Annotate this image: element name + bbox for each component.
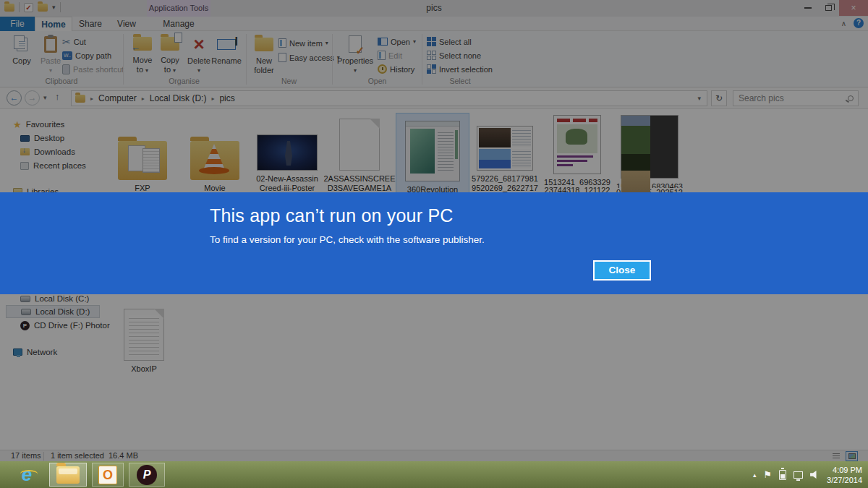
recent-locations-caret-icon[interactable]: ▾ [43, 94, 47, 101]
network-tray-icon[interactable] [793, 471, 803, 479]
outlook-icon: O [98, 466, 117, 484]
item-count: 17 items [11, 451, 41, 460]
ribbon-group-organise: ← Move to ▾ Copy to ▾ × Delete ▾ Rename … [124, 31, 244, 87]
tab-home[interactable]: Home [35, 17, 72, 31]
group-label-clipboard: Clipboard [0, 77, 123, 85]
refresh-button[interactable]: ↻ [711, 90, 727, 106]
ribbon-group-clipboard: Copy Paste ▾ ✂ Cut W.. Copy path Paste s… [0, 31, 123, 87]
thumbnail-view-button[interactable] [846, 451, 858, 461]
disk-icon [21, 309, 31, 315]
qat-new-folder-icon[interactable] [38, 4, 48, 12]
qat-properties-icon[interactable]: ✓ [24, 3, 33, 12]
file-item-579226[interactable]: 579226_68177981 9520269_2622717 [469, 115, 541, 193]
tab-share[interactable]: Share [72, 17, 109, 31]
restore-button[interactable] [818, 0, 839, 16]
title-bar: ✓ ▾ pics Application Tools × [0, 0, 868, 17]
tray-expand-icon[interactable]: ▴ [753, 471, 757, 479]
qat-customize-caret-icon[interactable]: ▾ [52, 4, 56, 11]
properties-icon: ✓ [349, 35, 362, 53]
history-icon [378, 64, 387, 74]
selection-count: 1 item selected [51, 451, 104, 460]
sidebar-item-cd-drive[interactable]: P CD Drive (F:) Photor [20, 319, 110, 332]
cut-button[interactable]: ✂ Cut [62, 35, 86, 48]
file-item-savegame[interactable]: 2ASSASSINSCREE D3SAVEGAME1A [323, 115, 396, 193]
forward-button[interactable]: → [25, 90, 40, 106]
file-item-1513241[interactable]: 1513241_6963329 23744318_121122 [541, 115, 613, 193]
copy-to-button[interactable]: Copy to ▾ [154, 33, 186, 75]
select-all-button[interactable]: Select all [427, 35, 472, 48]
open-button[interactable]: Open ▾ [378, 35, 416, 48]
address-dropdown-caret-icon[interactable]: ▾ [697, 95, 701, 102]
tab-file[interactable]: File [0, 17, 35, 31]
rename-icon [217, 39, 236, 50]
help-icon[interactable]: ? [854, 18, 864, 28]
clock-date: 3/27/2014 [827, 475, 862, 485]
app-icon[interactable] [4, 4, 14, 12]
dialog-close-button[interactable]: Close [593, 260, 651, 281]
ribbon-group-select: Select all Select none Invert selection … [422, 31, 498, 87]
vlc-cone-icon [203, 144, 225, 170]
power-icon[interactable] [779, 470, 786, 480]
breadcrumb-computer[interactable]: Computer [98, 93, 137, 103]
sidebar-item-downloads[interactable]: Downloads [20, 145, 75, 158]
sidebar-item-network[interactable]: Network [13, 346, 57, 359]
search-input[interactable]: Search pics [733, 90, 859, 106]
network-icon [13, 348, 22, 356]
breadcrumb[interactable]: ▸ Computer ▸ Local Disk (D:) ▸ pics ▾ [71, 90, 707, 106]
paste-shortcut-button[interactable]: Paste shortcut [62, 63, 124, 75]
breadcrumb-local-disk-d[interactable]: Local Disk (D:) [150, 93, 207, 103]
breadcrumb-pics[interactable]: pics [219, 93, 234, 103]
history-button[interactable]: History [378, 63, 414, 75]
downloads-icon [20, 148, 30, 155]
copy-button[interactable]: Copy [6, 33, 38, 75]
crumb-separator-icon: ▸ [211, 95, 214, 102]
sidebar-item-local-disk-d[interactable]: Local Disk (D:) [6, 305, 100, 318]
new-folder-button[interactable]: New folder [248, 33, 280, 75]
taskbar-outlook-button[interactable]: O [92, 463, 124, 487]
file-item-fxp[interactable]: FXP [106, 115, 179, 193]
selection-size: 16.4 MB [109, 451, 138, 460]
minimize-button[interactable] [797, 0, 818, 16]
file-item-xboxip[interactable]: XboxIP [108, 296, 180, 374]
image-thumbnail: Messi Vs Maasi [621, 115, 678, 179]
taskbar-pmax-button[interactable]: P [129, 463, 165, 487]
app-cant-run-dialog: This app can’t run on your PC To find a … [0, 192, 868, 294]
invert-selection-button[interactable]: Invert selection [427, 63, 493, 75]
tab-view[interactable]: View [109, 17, 145, 31]
close-icon: × [851, 3, 856, 13]
divider [60, 2, 61, 12]
ribbon-group-new: New folder New item ▾ Easy access ▾ New [247, 31, 331, 87]
back-button[interactable]: ← [7, 90, 22, 106]
tab-manage[interactable]: Manage [147, 17, 210, 31]
group-label-open: Open [333, 77, 422, 85]
edit-icon [378, 51, 386, 60]
system-tray: ▴ ⚑ 4:09 PM 3/27/2014 [753, 461, 868, 488]
taskbar-internet-explorer-button[interactable]: e [10, 463, 43, 487]
tray-clock[interactable]: 4:09 PM 3/27/2014 [827, 465, 862, 485]
edit-button[interactable]: Edit [378, 49, 402, 61]
volume-icon[interactable] [810, 471, 820, 479]
sidebar-item-favourites[interactable]: ★ Favourites [13, 118, 64, 131]
file-item-assassin-poster[interactable]: 02-New-Assassin Creed-iii-Poster [251, 115, 323, 193]
close-button[interactable]: × [839, 0, 868, 16]
easy-access-button[interactable]: Easy access ▾ [278, 51, 340, 64]
copy-path-button[interactable]: W.. Copy path [62, 49, 111, 61]
divider [19, 2, 20, 12]
new-item-button[interactable]: New item ▾ [278, 37, 328, 49]
sidebar-item-desktop[interactable]: Desktop [20, 132, 64, 145]
rename-button[interactable]: Rename [210, 33, 242, 75]
file-item-1526720[interactable]: Messi Vs Maasi 1526720_6830463 01726045_… [613, 115, 686, 193]
action-center-flag-icon[interactable]: ⚑ [763, 469, 772, 480]
up-button[interactable]: ↑ [55, 91, 60, 102]
collapse-ribbon-icon[interactable]: ∧ [841, 20, 846, 27]
file-item-360revolution[interactable]: 360Revolution [396, 114, 469, 194]
pmax-icon: P [137, 465, 157, 485]
details-view-button[interactable] [830, 451, 842, 461]
ribbon-tab-row: File Home Share View Manage ∧ ? [0, 17, 868, 31]
file-item-movie[interactable]: Movie [179, 115, 251, 193]
select-none-button[interactable]: Select none [427, 49, 481, 61]
image-thumbnail [553, 115, 601, 174]
taskbar-file-explorer-button[interactable] [49, 463, 87, 487]
sidebar-item-recent-places[interactable]: Recent places [20, 159, 86, 172]
properties-button[interactable]: ✓ Properties ▾ [337, 33, 373, 75]
